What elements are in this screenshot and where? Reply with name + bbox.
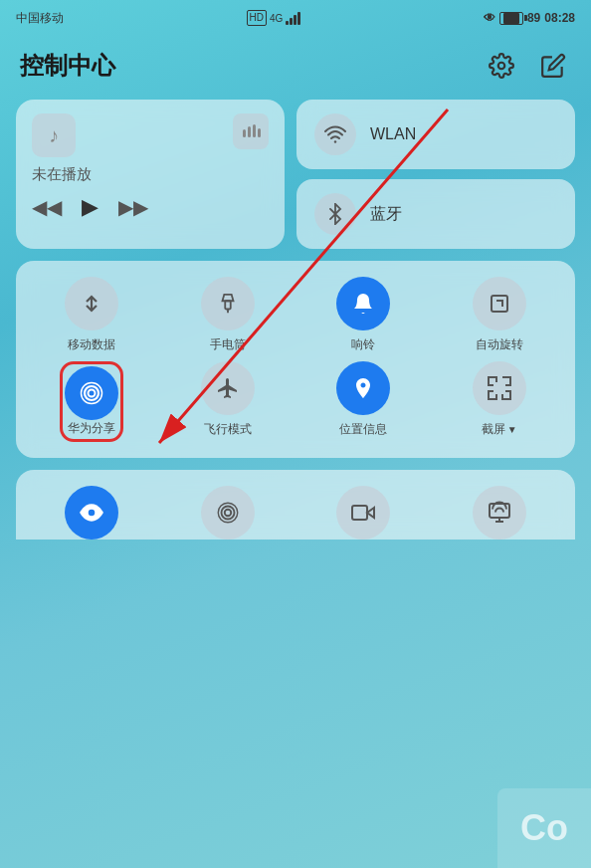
status-right: 👁 89 08:28	[484, 11, 575, 25]
grid-row-2: 华为分享 飞行模式 位置信息	[24, 361, 567, 442]
music-not-playing: 未在播放	[32, 165, 269, 184]
auto-rotate-label: 自动旋转	[476, 336, 523, 353]
wifi-bt-card: WLAN 蓝牙	[296, 100, 575, 249]
carrier-label: 中国移动	[16, 10, 64, 27]
svg-point-15	[225, 510, 232, 517]
ringer-toggle[interactable]: 响铃	[323, 277, 403, 353]
svg-rect-17	[352, 506, 367, 520]
header: 控制中心	[16, 40, 575, 100]
camera-icon	[336, 486, 390, 540]
network-type-hd: HD	[247, 10, 267, 26]
top-row: ♪ 未在播放 ◀◀ ▶ ▶▶	[16, 100, 575, 249]
svg-point-11	[89, 390, 96, 397]
location-icon	[336, 361, 390, 415]
music-card: ♪ 未在播放 ◀◀ ▶ ▶▶	[16, 100, 285, 249]
bluetooth-icon	[314, 193, 356, 235]
music-controls: ◀◀ ▶ ▶▶	[32, 194, 269, 220]
wlan-label: WLAN	[370, 125, 416, 143]
svg-point-13	[89, 510, 96, 517]
svg-rect-2	[248, 126, 251, 137]
battery-pct: 89	[527, 11, 540, 25]
airplane-mode-toggle[interactable]: 飞行模式	[188, 361, 268, 442]
svg-point-5	[334, 140, 336, 142]
settings-button[interactable]	[484, 48, 519, 84]
huawei-share-toggle[interactable]: 华为分享	[52, 361, 131, 442]
svg-point-14	[221, 507, 234, 520]
screen-cast-icon	[473, 486, 526, 540]
quick-grid: 移动数据 手电筒 响铃	[16, 261, 575, 458]
ringer-icon	[336, 277, 390, 330]
cast-icon	[201, 486, 255, 540]
header-icons	[484, 48, 571, 84]
mobile-data-label: 移动数据	[68, 336, 115, 353]
auto-rotate-toggle[interactable]: 自动旋转	[460, 277, 539, 353]
airplane-icon	[201, 361, 255, 415]
screenshot-toggle[interactable]: 截屏 ▼	[460, 361, 539, 442]
cast-toggle[interactable]	[188, 486, 268, 540]
ringer-label: 响铃	[351, 336, 375, 353]
network-type-4g: 4G	[270, 13, 283, 24]
main-content: 控制中心 ♪	[0, 32, 591, 540]
status-bar: 中国移动 HD 4G 👁 89 08:28	[0, 0, 591, 32]
music-note-icon: ♪	[32, 113, 76, 157]
page-title: 控制中心	[20, 50, 115, 82]
svg-rect-1	[243, 129, 246, 137]
time-display: 08:28	[544, 11, 575, 25]
svg-rect-7	[225, 301, 231, 309]
music-card-top: ♪	[32, 113, 269, 157]
edit-button[interactable]	[535, 48, 571, 84]
flashlight-label: 手电筒	[210, 336, 246, 353]
eye-care-icon	[65, 486, 118, 540]
svg-rect-4	[258, 128, 261, 137]
wlan-toggle[interactable]: WLAN	[296, 100, 575, 169]
next-button[interactable]: ▶▶	[118, 195, 148, 219]
svg-rect-3	[253, 124, 256, 137]
mobile-data-toggle[interactable]: 移动数据	[52, 277, 131, 353]
bluetooth-toggle[interactable]: 蓝牙	[296, 179, 575, 249]
screen-cast-toggle[interactable]	[460, 486, 539, 540]
screenshot-arrow: ▼	[507, 424, 517, 435]
wifi-icon	[314, 113, 356, 155]
eye-icon: 👁	[484, 11, 495, 25]
eye-care-toggle[interactable]	[52, 486, 131, 540]
huawei-share-label: 华为分享	[68, 420, 115, 437]
signal-icon	[286, 12, 300, 25]
screenshot-icon	[473, 361, 526, 415]
svg-point-0	[498, 63, 505, 70]
flashlight-icon	[201, 277, 255, 330]
bottom-grid-row	[24, 486, 567, 540]
flashlight-toggle[interactable]: 手电筒	[188, 277, 268, 353]
location-label: 位置信息	[339, 421, 387, 438]
bluetooth-label: 蓝牙	[370, 204, 402, 225]
highlight-box: 华为分享	[60, 361, 123, 442]
grid-row-1: 移动数据 手电筒 响铃	[24, 277, 567, 353]
battery-icon	[499, 12, 523, 25]
svg-point-10	[85, 386, 98, 400]
status-center: HD 4G	[247, 10, 301, 26]
music-wave-icon	[233, 113, 269, 149]
bottom-row	[16, 470, 575, 540]
screenshot-label: 截屏	[482, 421, 505, 438]
svg-rect-9	[492, 296, 507, 312]
play-button[interactable]: ▶	[82, 194, 98, 220]
mobile-data-icon	[65, 277, 118, 330]
auto-rotate-icon	[473, 277, 526, 330]
location-toggle[interactable]: 位置信息	[323, 361, 403, 442]
prev-button[interactable]: ◀◀	[32, 195, 62, 219]
airplane-label: 飞行模式	[204, 421, 252, 438]
camera-toggle[interactable]	[323, 486, 403, 540]
huawei-share-icon	[65, 366, 118, 420]
watermark: Co	[497, 788, 591, 868]
